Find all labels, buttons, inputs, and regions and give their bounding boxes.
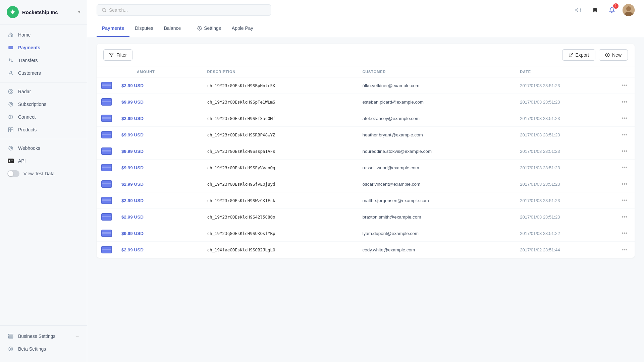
more-options-button[interactable]: ••• — [619, 180, 630, 188]
row-more-actions[interactable]: ••• — [614, 176, 635, 192]
export-button[interactable]: Export — [562, 49, 595, 61]
row-more-actions[interactable]: ••• — [614, 94, 635, 110]
more-options-button[interactable]: ••• — [619, 229, 630, 237]
table-row[interactable]: $2.99 USD ch_19Y23rGOEsKlcH9S42l5C80o br… — [97, 209, 635, 225]
table-row[interactable]: $2.99 USD ch_19Y23rGOEsKlcH9SfvEOjByd os… — [97, 176, 635, 192]
more-options-button[interactable]: ••• — [619, 196, 630, 204]
user-avatar[interactable] — [623, 4, 635, 16]
view-test-data-label: View Test Data — [23, 171, 55, 176]
more-options-button[interactable]: ••• — [619, 130, 630, 139]
row-card-icon — [97, 143, 117, 160]
row-amount: $2.99 USD — [117, 209, 202, 225]
filter-label: Filter — [116, 52, 127, 58]
sidebar-item-api[interactable]: API — [0, 155, 87, 167]
table-row[interactable]: $9.99 USD ch_19Y23rGOEsKlcH9Ssspa1AFs no… — [97, 143, 635, 160]
more-options-button[interactable]: ••• — [619, 163, 630, 172]
new-label: New — [612, 52, 622, 58]
bookmark-icon-button[interactable] — [589, 4, 601, 16]
tab-settings[interactable]: Settings — [192, 20, 226, 37]
sidebar-item-customers[interactable]: Customers — [0, 67, 87, 79]
row-more-actions[interactable]: ••• — [614, 242, 635, 258]
more-options-button[interactable]: ••• — [619, 114, 630, 122]
col-customer: CUSTOMER — [358, 66, 515, 77]
table-row[interactable]: $2.99 USD ch_19Y23rGOEsKlcH9SEfSacOMf af… — [97, 110, 635, 127]
row-more-actions[interactable]: ••• — [614, 143, 635, 160]
tab-balance[interactable]: Balance — [159, 20, 186, 37]
sidebar-item-transfers-label: Transfers — [18, 58, 38, 63]
row-card-icon — [97, 127, 117, 143]
sidebar-item-webhooks[interactable]: Webhooks — [0, 142, 87, 155]
connect-icon — [7, 114, 14, 120]
svg-rect-13 — [11, 130, 13, 132]
row-customer: heather.bryant@example.com — [358, 127, 515, 143]
row-customer: oscar.vincent@example.com — [358, 176, 515, 192]
sidebar-item-radar[interactable]: Radar — [0, 85, 87, 98]
sidebar-item-transfers[interactable]: Transfers — [0, 54, 87, 67]
table-toolbar: Filter Export — [97, 44, 635, 66]
tab-disputes-label: Disputes — [135, 25, 153, 31]
row-description: ch_19Y23rGOEsKlcH9SfvEOjByd — [202, 176, 358, 192]
table-row[interactable]: $2.99 USD ch_19Y23rGOEsKlcH9SWzCK1Esk ma… — [97, 192, 635, 209]
svg-point-14 — [10, 147, 11, 149]
col-description: DESCRIPTION — [202, 66, 358, 77]
filter-button[interactable]: Filter — [103, 49, 132, 61]
notification-icon-button[interactable]: 1 — [606, 4, 618, 16]
svg-marker-26 — [576, 8, 578, 12]
table-row[interactable]: $9.99 USD ch_19Y23rGOEsKlcH9SRBPX8wYZ he… — [97, 127, 635, 143]
company-header[interactable]: Rocketship Inc ▾ — [0, 0, 87, 24]
transfers-icon — [7, 57, 14, 64]
sidebar-item-subscriptions-label: Subscriptions — [18, 102, 46, 107]
table-row[interactable]: $9.99 USD ch_19Y23rGOEsKlcH9SpTe1WLmS es… — [97, 94, 635, 110]
table-row[interactable]: $9.99 USD ch_19Y23rGOEsKlcH9SEyVvaoQg ru… — [97, 160, 635, 176]
more-options-button[interactable]: ••• — [619, 81, 630, 89]
sidebar-item-connect[interactable]: Connect — [0, 111, 87, 123]
row-date: 2017/01/03 23:51:23 — [515, 176, 614, 192]
tab-payments[interactable]: Payments — [97, 20, 129, 37]
sidebar-item-subscriptions[interactable]: Subscriptions — [0, 98, 87, 111]
topbar-actions: 1 — [572, 4, 635, 16]
row-more-actions[interactable]: ••• — [614, 209, 635, 225]
view-test-data-toggle[interactable] — [7, 170, 19, 177]
table-row[interactable]: $2.99 USD ch_19XfaeGOEsKlcH9SOB2JLgLO co… — [97, 242, 635, 258]
sidebar-item-business-settings[interactable]: Business Settings → — [0, 330, 87, 343]
business-settings-label: Business Settings — [18, 334, 55, 339]
row-date: 2017/01/03 23:51:23 — [515, 77, 614, 94]
sidebar-item-beta-settings[interactable]: Beta Settings — [0, 343, 87, 355]
volume-icon-button[interactable] — [572, 4, 584, 16]
row-more-actions[interactable]: ••• — [614, 192, 635, 209]
tab-payments-label: Payments — [102, 25, 124, 31]
webhooks-icon — [7, 145, 14, 152]
row-more-actions[interactable]: ••• — [614, 225, 635, 242]
volume-icon — [575, 7, 581, 13]
row-date: 2017/01/03 23:51:23 — [515, 209, 614, 225]
row-description: ch_19Y23rGOEsKlcH9SRBPX8wYZ — [202, 127, 358, 143]
search-input[interactable] — [109, 7, 266, 13]
search-container — [97, 4, 271, 16]
customers-icon — [7, 70, 14, 76]
row-amount: $9.99 USD — [117, 127, 202, 143]
sidebar-item-home[interactable]: Home — [0, 28, 87, 41]
more-options-button[interactable]: ••• — [619, 98, 630, 106]
row-card-icon — [97, 209, 117, 225]
more-options-button[interactable]: ••• — [619, 245, 630, 254]
sidebar-item-payments[interactable]: Payments — [0, 41, 87, 54]
sidebar-item-products[interactable]: Products — [0, 123, 87, 136]
row-amount: $2.99 USD — [117, 77, 202, 94]
table-row[interactable]: $2.99 USD ch_19Y23rGOEsKlcH9SBpHntr5K ül… — [97, 77, 635, 94]
more-options-button[interactable]: ••• — [619, 147, 630, 155]
gear-icon — [197, 26, 202, 31]
row-customer: malthe.jørgensen@example.com — [358, 192, 515, 209]
table-row[interactable]: $9.99 USD ch_19Y23qGOEsKlcH9SUKOsfYRp ly… — [97, 225, 635, 242]
svg-rect-11 — [11, 128, 13, 130]
row-more-actions[interactable]: ••• — [614, 77, 635, 94]
tab-disputes[interactable]: Disputes — [129, 20, 158, 37]
row-more-actions[interactable]: ••• — [614, 110, 635, 127]
sidebar-item-connect-label: Connect — [18, 114, 36, 120]
svg-rect-19 — [8, 334, 13, 335]
more-options-button[interactable]: ••• — [619, 213, 630, 221]
row-more-actions[interactable]: ••• — [614, 160, 635, 176]
new-button[interactable]: New — [599, 49, 628, 61]
row-amount: $9.99 USD — [117, 225, 202, 242]
row-more-actions[interactable]: ••• — [614, 127, 635, 143]
tab-applepay[interactable]: Apple Pay — [226, 20, 259, 37]
